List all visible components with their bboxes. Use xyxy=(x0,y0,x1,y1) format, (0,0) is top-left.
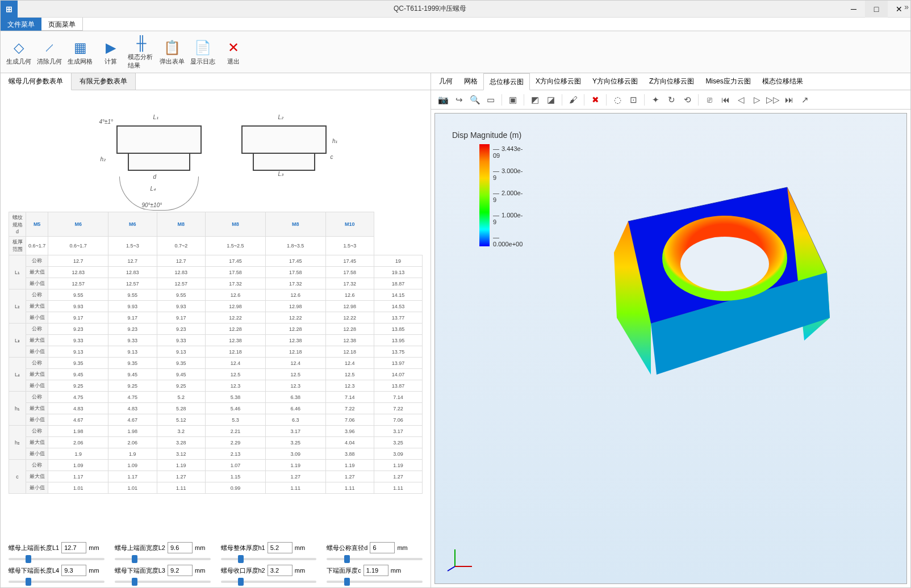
table-cell: 9.23 xyxy=(157,324,206,335)
more-icon[interactable]: » xyxy=(904,2,909,11)
right-tab-6[interactable]: Mises应力云图 xyxy=(700,73,756,90)
table-rowlabel: 最大值 xyxy=(26,403,48,414)
clear-icon[interactable]: ✖ xyxy=(588,93,603,107)
param-input[interactable] xyxy=(168,542,193,553)
table-rowlabel: 公称 xyxy=(26,392,48,403)
right-tab-4[interactable]: Y方向位移云图 xyxy=(587,73,643,90)
maximize-button[interactable]: □ xyxy=(865,1,888,18)
table-cell: 1.19 xyxy=(265,460,325,471)
right-tab-2[interactable]: 总位移云图 xyxy=(483,73,530,90)
ribbon-清除几何[interactable]: ⟋清除几何 xyxy=(35,32,64,72)
table-rowlabel: 最大值 xyxy=(26,437,48,448)
table-cell: 4.67 xyxy=(48,414,108,426)
ribbon-生成几何[interactable]: ◇生成几何 xyxy=(4,32,34,72)
right-tab-1[interactable]: 网格 xyxy=(458,73,483,90)
zoom-icon[interactable]: 🔍 xyxy=(467,93,482,107)
axes-icon[interactable]: ✦ xyxy=(648,93,663,107)
menu-tab-page[interactable]: 页面菜单 xyxy=(41,18,83,31)
table-rowlabel: 最小值 xyxy=(26,346,48,358)
viewport-3d[interactable]: Disp Magnitude (m) 3.443e-093.000e-92.00… xyxy=(434,113,907,584)
select-icon[interactable]: ▣ xyxy=(505,93,520,107)
table-cell: 9.45 xyxy=(48,369,108,380)
lasso-icon[interactable]: ⊡ xyxy=(626,93,641,107)
ribbon-生成网格[interactable]: ▦生成网格 xyxy=(65,32,95,72)
orbit-icon[interactable]: ⟲ xyxy=(680,93,695,107)
param-input[interactable] xyxy=(370,542,395,553)
record-icon[interactable]: ⎚ xyxy=(702,93,717,107)
table-cell: 7.06 xyxy=(325,414,374,426)
play-icon[interactable]: ▷ xyxy=(750,93,764,107)
menu-tab-file[interactable]: 文件菜单 xyxy=(1,18,41,31)
table-cell: 1.19 xyxy=(374,460,423,471)
left-tab-fem[interactable]: 有限元参数表单 xyxy=(72,73,136,90)
ribbon-显示日志[interactable]: 📄显示日志 xyxy=(188,32,218,72)
left-tab-geometry[interactable]: 螺母几何参数表单 xyxy=(1,73,72,90)
param-slider[interactable] xyxy=(9,581,105,583)
param-slider[interactable] xyxy=(327,558,423,560)
param-slider[interactable] xyxy=(221,581,317,583)
table-cell: 14.15 xyxy=(374,289,423,301)
param-slider[interactable] xyxy=(9,558,105,560)
pick-icon[interactable]: ◩ xyxy=(528,93,542,107)
param-slider[interactable] xyxy=(115,581,211,583)
ribbon-计算[interactable]: ▶计算 xyxy=(96,32,126,72)
table-cell: 9.25 xyxy=(48,380,108,392)
axis-triad-icon xyxy=(446,544,475,572)
right-tab-0[interactable]: 几何 xyxy=(433,73,458,90)
param-unit: mm xyxy=(391,567,401,574)
table-cell: 12.5 xyxy=(325,369,374,380)
table-cell: 4.83 xyxy=(48,403,108,414)
param-input[interactable] xyxy=(363,565,388,576)
first-icon[interactable]: ⏮ xyxy=(718,93,733,107)
right-tab-3[interactable]: X方向位移云图 xyxy=(530,73,587,90)
ribbon-icon: ✕ xyxy=(224,39,243,57)
table-cell: 12.57 xyxy=(108,278,157,289)
table-cell: 9.45 xyxy=(157,369,206,380)
table-rowgroup: L₁ xyxy=(9,255,26,289)
table-cell: 1.98 xyxy=(48,426,108,437)
param-input[interactable] xyxy=(268,542,292,553)
table-cell: 4.83 xyxy=(108,403,157,414)
param-螺母上端面长度L1: 螺母上端面长度L1mm xyxy=(9,542,105,560)
diagram-label-l2: L₂ xyxy=(278,114,284,120)
param-input[interactable] xyxy=(268,565,292,576)
table-cell: 12.83 xyxy=(48,267,108,278)
param-input[interactable] xyxy=(61,542,86,553)
table-cell: 7.06 xyxy=(374,414,423,426)
titlebar: ⊞ QC-T611-1999冲压螺母 ─ □ ✕ xyxy=(1,1,910,18)
right-tab-7[interactable]: 模态位移结果 xyxy=(757,73,809,90)
minimize-button[interactable]: ─ xyxy=(842,1,865,18)
box-select-icon[interactable]: ◌ xyxy=(610,93,625,107)
param-input[interactable] xyxy=(168,565,193,576)
param-slider[interactable] xyxy=(115,558,211,560)
table-cell: 17.58 xyxy=(325,267,374,278)
next-icon[interactable]: ▷▷ xyxy=(766,93,780,107)
param-slider[interactable] xyxy=(327,581,423,583)
camera-icon[interactable]: 📷 xyxy=(436,93,450,107)
table-cell: 2.06 xyxy=(108,437,157,448)
param-input[interactable] xyxy=(61,565,86,576)
table-cell: 12.3 xyxy=(325,380,374,392)
shade-icon[interactable]: ◪ xyxy=(544,93,558,107)
table-cell: 9.33 xyxy=(108,335,157,346)
export-icon[interactable]: ↪ xyxy=(452,93,466,107)
ribbon-退出[interactable]: ✕退出 xyxy=(219,32,248,72)
table-cell: 12.18 xyxy=(325,346,374,358)
exit-icon[interactable]: ↗ xyxy=(797,93,812,107)
param-slider[interactable] xyxy=(221,558,317,560)
brush-icon[interactable]: 🖌 xyxy=(566,93,580,107)
param-label: 螺母收口厚度h2 xyxy=(221,566,265,575)
ribbon-icon: ▦ xyxy=(71,39,89,57)
ribbon-label: 退出 xyxy=(227,57,240,66)
table-cell: 9.13 xyxy=(48,346,108,358)
last-icon[interactable]: ⏭ xyxy=(782,93,796,107)
fit-icon[interactable]: ▭ xyxy=(483,93,498,107)
ribbon-模态分析结果[interactable]: ╫模态分析结果 xyxy=(127,32,156,72)
right-tab-5[interactable]: Z方向位移云图 xyxy=(643,73,700,90)
table-cell: 9.93 xyxy=(108,301,157,312)
rotate-icon[interactable]: ↻ xyxy=(664,93,679,107)
ribbon-弹出表单[interactable]: 📋弹出表单 xyxy=(157,32,187,72)
table-cell: 1.11 xyxy=(374,482,423,494)
prev-icon[interactable]: ◁ xyxy=(734,93,749,107)
table-header: M8 xyxy=(206,212,266,237)
